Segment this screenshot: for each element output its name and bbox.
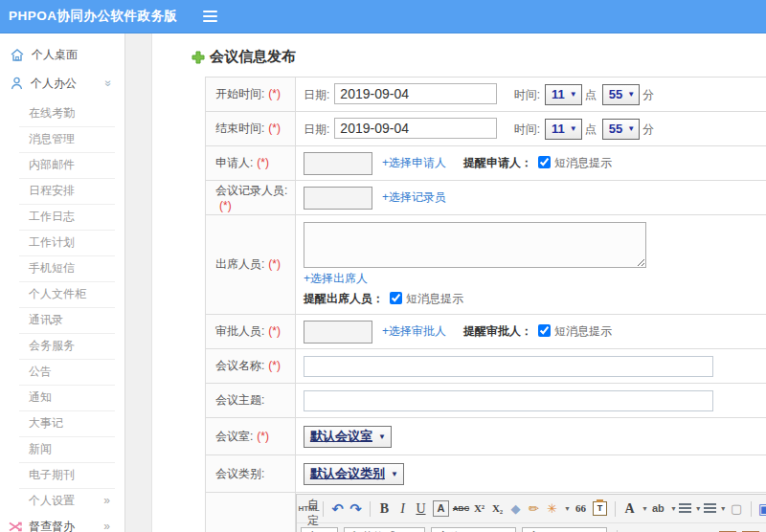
redo-icon[interactable]: ↷ — [348, 499, 364, 519]
font-family-select[interactable]: 字体▼ — [431, 527, 516, 532]
field-label: 结束时间: — [215, 122, 264, 135]
row-approver: 审批人员:(*) +选择审批人提醒审批人：短消息提示 — [206, 315, 766, 349]
sidebar-item-message-management[interactable]: 消息管理 — [0, 126, 124, 152]
topbar: PHPOA协同办公软件政务版 — [0, 0, 766, 33]
field-label: 会议名称: — [215, 359, 264, 372]
sidebar-item-announcement[interactable]: 公告 — [0, 359, 124, 385]
approver-sms-checkbox[interactable] — [538, 324, 551, 337]
menu-icon[interactable] — [203, 8, 217, 25]
sidebar-item-online-attendance[interactable]: 在线考勤 — [0, 100, 124, 126]
end-date-input[interactable] — [334, 118, 497, 139]
required-mark: (*) — [268, 122, 281, 135]
caret-down-icon: ▼ — [695, 505, 702, 512]
sms-label: 短消息提示 — [406, 292, 463, 305]
select-attendees-link[interactable]: +选择出席人 — [304, 272, 368, 285]
row-editor: HTML↶↷BIUAABCX²X₂◆✏✳▼66TA▼ab▼▼▼▢▣ 自定义标题▼… — [206, 493, 766, 532]
recorder-input[interactable] — [304, 187, 372, 210]
meeting-subject-input[interactable] — [304, 390, 713, 411]
required-mark: (*) — [219, 199, 232, 212]
required-mark: (*) — [257, 156, 269, 169]
add-icon — [192, 51, 205, 64]
font-style-icon[interactable]: A — [433, 500, 449, 517]
start-hour-select[interactable]: 11▼ — [545, 84, 582, 105]
sidebar-item-personal-desktop[interactable]: 个人桌面 — [0, 40, 124, 69]
new-page-icon[interactable]: ▢ — [729, 499, 745, 519]
sidebar-item-memorabilia[interactable]: 大事记 — [0, 410, 124, 436]
paste-icon[interactable]: T — [593, 501, 607, 516]
required-mark: (*) — [268, 324, 281, 338]
sidebar-item-news[interactable]: 新闻 — [0, 436, 124, 462]
format-painter-icon[interactable]: ✏ — [526, 499, 542, 519]
editor-toolbar-row2: 自定义标题▼段落格式▼字体▼字号▼∞∞ — [297, 523, 766, 532]
sidebar-item-personal-office[interactable]: 个人办公 » — [0, 69, 124, 98]
row-recorder: 会议记录人员:(*) +选择记录员 — [206, 181, 766, 215]
start-date-input[interactable] — [334, 83, 497, 104]
sidebar-item-e-journal[interactable]: 电子期刊 — [0, 462, 124, 488]
meeting-name-input[interactable] — [304, 356, 713, 377]
unordered-list-icon[interactable] — [704, 503, 716, 514]
row-meeting-name: 会议名称:(*) — [206, 349, 766, 384]
font-size-select[interactable]: 字号▼ — [522, 527, 607, 532]
ordered-list-icon[interactable] — [679, 503, 691, 514]
magic-wand-icon[interactable]: ✳ — [544, 499, 560, 519]
attendees-textarea[interactable] — [304, 222, 646, 268]
sidebar-item-supervision[interactable]: 督查督办 » — [0, 514, 124, 532]
underline-icon[interactable]: U — [413, 499, 429, 519]
eraser-icon[interactable]: ◆ — [507, 499, 524, 519]
sidebar-item-meeting-service[interactable]: 会务服务 — [0, 333, 124, 359]
fullscreen-icon[interactable]: ▣ — [757, 499, 766, 519]
caret-down-icon: ▼ — [642, 505, 648, 512]
sidebar-item-mobile-sms[interactable]: 手机短信 — [0, 255, 124, 281]
superscript-icon[interactable]: X² — [471, 499, 487, 519]
blockquote-icon[interactable]: 66 — [573, 499, 589, 519]
sidebar-item-personal-settings[interactable]: 个人设置» — [0, 488, 124, 514]
field-label: 审批人员: — [215, 324, 264, 338]
date-label: 日期: — [304, 122, 329, 136]
row-meeting-category: 会议类别: 默认会议类别▼ — [206, 455, 766, 493]
caret-down-icon: ▼ — [564, 505, 571, 512]
end-minute-select[interactable]: 55▼ — [602, 119, 640, 140]
sidebar-item-contacts[interactable]: 通讯录 — [0, 307, 124, 333]
sidebar-item-work-log[interactable]: 工作日志 — [0, 204, 124, 230]
start-minute-select[interactable]: 55▼ — [602, 84, 640, 105]
font-color-icon[interactable]: A — [621, 499, 638, 519]
date-label: 日期: — [304, 88, 329, 101]
toolbar-divider — [323, 501, 324, 517]
sidebar-item-personal-file-cabinet[interactable]: 个人文件柜 — [0, 281, 124, 307]
approver-input[interactable] — [304, 321, 372, 344]
heading-style-select[interactable]: 自定义标题▼ — [301, 527, 338, 532]
applicant-input[interactable] — [304, 152, 372, 175]
remind-label: 提醒出席人员： — [304, 292, 384, 305]
italic-icon[interactable]: I — [394, 499, 411, 519]
app-title: PHPOA协同办公软件政务版 — [0, 8, 178, 25]
row-meeting-room: 会议室:(*) 默认会议室▼ — [206, 418, 766, 455]
highlight-icon[interactable]: ab — [650, 499, 666, 519]
link-icon[interactable]: ∞ — [681, 528, 697, 532]
subscript-icon[interactable]: X₂ — [489, 499, 506, 519]
end-hour-select[interactable]: 11▼ — [545, 119, 582, 140]
select-approver-link[interactable]: +选择审批人 — [382, 324, 446, 338]
caret-down-icon: ▼ — [378, 432, 386, 441]
content-card: 会议信息发布 开始时间:(*) 日期: 时间:11▼点55▼分 结束时间:(*)… — [151, 33, 766, 532]
attendees-sms-checkbox[interactable] — [390, 292, 402, 304]
applicant-sms-checkbox[interactable] — [538, 156, 551, 168]
sidebar-item-schedule[interactable]: 日程安排 — [0, 178, 124, 204]
remind-label: 提醒审批人： — [463, 324, 532, 338]
sidebar-item-internal-mail[interactable]: 内部邮件 — [0, 152, 124, 178]
paragraph-format-select[interactable]: 段落格式▼ — [344, 527, 425, 532]
row-meeting-subject: 会议主题: — [206, 384, 766, 418]
sidebar-item-work-plan[interactable]: 工作计划 — [0, 230, 124, 255]
select-recorder-link[interactable]: +选择记录员 — [382, 190, 446, 204]
caret-down-icon: ▼ — [391, 470, 398, 478]
strikethrough-icon[interactable]: ABC — [453, 499, 469, 519]
undo-icon[interactable]: ↶ — [329, 499, 346, 519]
select-applicant-link[interactable]: +选择申请人 — [382, 156, 446, 169]
time-label: 时间: — [514, 122, 540, 136]
sidebar-item-notice[interactable]: 通知 — [0, 385, 124, 410]
toolbar-divider — [370, 501, 371, 517]
meeting-category-select[interactable]: 默认会议类别▼ — [304, 463, 404, 485]
unlink-icon[interactable]: ∞ — [699, 528, 715, 532]
meeting-room-select[interactable]: 默认会议室▼ — [304, 426, 392, 448]
bold-icon[interactable]: B — [376, 499, 393, 519]
sidebar-item-label: 个人桌面 — [32, 47, 78, 63]
